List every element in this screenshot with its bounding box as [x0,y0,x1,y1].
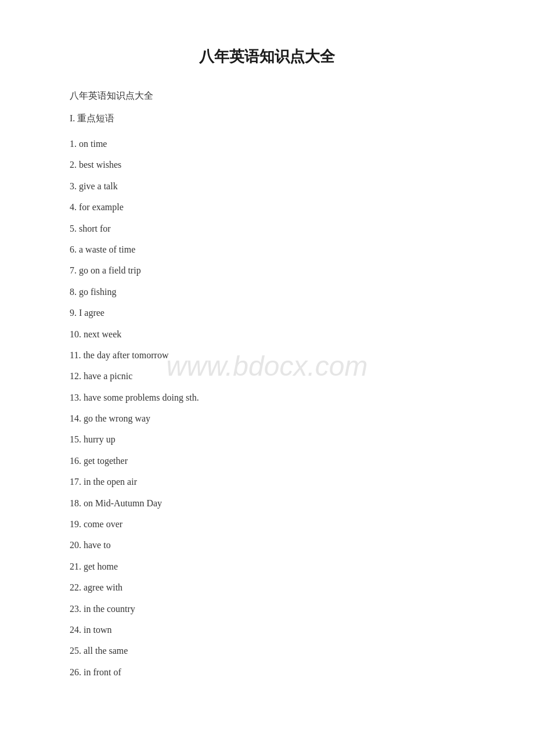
section-heading: I. 重点短语 [70,113,464,125]
list-item: 4. for example [70,199,464,216]
list-item: 1. on time [70,135,464,153]
list-item: 9. I agree [70,304,464,322]
list-item: 18. on Mid-Autumn Day [70,495,464,512]
list-item: 7. go on a field trip [70,262,464,279]
list-item: 23. in the country [70,600,464,618]
list-item: 10. next week [70,326,464,343]
list-item: 15. hurry up [70,431,464,448]
list-item: 12. have a picnic [70,368,464,385]
list-item: 20. have to [70,537,464,554]
list-item: 11. the day after tomorrow [70,347,464,364]
list-item: 14. go the wrong way [70,410,464,427]
list-item: 6. a waste of time [70,241,464,258]
items-list: 1. on time2. best wishes3. give a talk4.… [70,135,464,681]
list-item: 16. get together [70,452,464,470]
list-item: 17. in the open air [70,473,464,491]
list-item: 21. get home [70,558,464,575]
list-item: 8. go fishing [70,283,464,301]
list-item: 2. best wishes [70,156,464,174]
page-container: www.bdocx.com 八年英语知识点大全 八年英语知识点大全 I. 重点短… [0,0,534,731]
list-item: 13. have some problems doing sth. [70,389,464,406]
subtitle: 八年英语知识点大全 [70,90,464,102]
list-item: 25. all the same [70,642,464,660]
list-item: 26. in front of [70,664,464,681]
list-item: 24. in town [70,621,464,639]
list-item: 5. short for [70,220,464,237]
list-item: 3. give a talk [70,178,464,195]
list-item: 19. come over [70,516,464,533]
list-item: 22. agree with [70,579,464,596]
page-title: 八年英语知识点大全 [70,46,464,67]
